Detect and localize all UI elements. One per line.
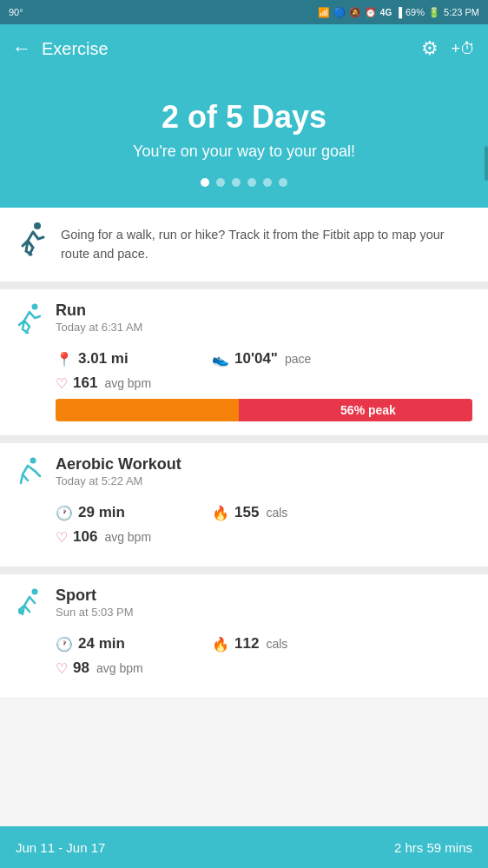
shoe-icon: 👟 [212, 351, 229, 368]
header-left: ← Exercise [12, 37, 109, 60]
footer-date-range: Jun 11 - Jun 17 [16, 840, 105, 855]
aerobic-stats: 🕐 29 min 🔥 155 cals ♡ 106 avg bpm [16, 504, 472, 546]
hr-bar-label: 56% peak [56, 403, 472, 417]
divider-2 [0, 436, 488, 443]
run-stats-row1: 📍 3.01 mi 👟 10'04" pace [56, 350, 472, 368]
hr-value-sport: 98 [73, 659, 89, 677]
flame-icon-aerobic: 🔥 [212, 505, 229, 521]
divider-3 [0, 567, 488, 574]
aerobic-name: Aerobic Workout [56, 455, 181, 474]
aerobic-stats-row2: ♡ 106 avg bpm [56, 528, 472, 546]
clock-icon-sport: 🕐 [56, 636, 73, 653]
heart-icon-run: ♡ [56, 375, 68, 392]
run-heart-rate: ♡ 161 avg bpm [56, 374, 212, 392]
hr-label-run: avg bpm [104, 376, 151, 390]
pace-value: 10'04" [234, 350, 278, 368]
aerobic-time: Today at 5:22 AM [56, 474, 181, 487]
aerobic-icon [16, 457, 43, 495]
dot-2 [216, 178, 225, 187]
runner-icon [16, 222, 49, 268]
svg-point-1 [32, 304, 38, 310]
battery-percent: 69% [406, 7, 425, 17]
section-divider [0, 282, 488, 289]
time-display: 5:23 PM [444, 7, 479, 17]
run-stats-row2: ♡ 161 avg bpm [56, 374, 472, 392]
header-right: ⚙ +⏱ [421, 37, 476, 60]
track-banner: Going for a walk, run or hike? Track it … [0, 208, 488, 282]
scrollbar [485, 146, 488, 181]
mute-icon: 🔕 [349, 7, 361, 18]
calories-label-sport: cals [266, 637, 287, 651]
heart-icon-sport: ♡ [56, 660, 68, 677]
hr-label-aerobic: avg bpm [104, 530, 151, 544]
track-description: Going for a walk, run or hike? Track it … [61, 226, 472, 264]
app-header: ← Exercise ⚙ +⏱ [0, 24, 488, 73]
sim-icon: 📶 [318, 7, 330, 18]
bluetooth-icon: 🔵 [333, 7, 346, 18]
days-count: 2 of 5 Days [17, 99, 471, 136]
hr-label-sport: avg bpm [96, 661, 143, 675]
run-icon [16, 303, 43, 341]
location-icon: 📍 [56, 351, 73, 368]
sport-stats-row2: ♡ 98 avg bpm [56, 659, 472, 677]
aerobic-calories: 🔥 155 cals [212, 504, 368, 521]
status-temp: 90° [9, 7, 23, 17]
heart-rate-bar-container: 56% peak [16, 399, 472, 421]
status-right: 📶 🔵 🔕 ⏰ 4G ▐ 69% 🔋 5:23 PM [318, 7, 479, 18]
sport-time: Sun at 5:03 PM [56, 606, 134, 619]
duration-value-aerobic: 29 min [78, 504, 125, 521]
run-stats: 📍 3.01 mi 👟 10'04" pace ♡ 161 avg bpm [16, 350, 472, 392]
heart-rate-bar: 56% peak [56, 399, 472, 421]
activity-run[interactable]: Run Today at 6:31 AM 📍 3.01 mi 👟 10'04" … [0, 289, 488, 436]
page-title: Exercise [42, 39, 109, 59]
run-title-group: Run Today at 6:31 AM [56, 301, 142, 334]
svg-point-0 [34, 222, 41, 229]
dot-5 [263, 178, 272, 187]
sport-stats-row1: 🕐 24 min 🔥 112 cals [56, 635, 472, 653]
footer-bar: Jun 11 - Jun 17 2 hrs 59 mins [0, 826, 488, 868]
run-distance: 📍 3.01 mi [56, 350, 212, 368]
duration-value-sport: 24 min [78, 635, 125, 653]
sport-heart-rate: ♡ 98 avg bpm [56, 659, 212, 677]
back-button[interactable]: ← [12, 37, 31, 60]
activity-aerobic[interactable]: Aerobic Workout Today at 5:22 AM 🕐 29 mi… [0, 443, 488, 567]
sport-stats: 🕐 24 min 🔥 112 cals ♡ 98 avg bpm [16, 635, 472, 677]
clock-icon-aerobic: 🕐 [56, 505, 73, 521]
svg-point-4 [18, 609, 23, 614]
aerobic-stats-row1: 🕐 29 min 🔥 155 cals [56, 504, 472, 521]
footer-total-time: 2 hrs 59 mins [394, 840, 472, 855]
dot-1 [201, 178, 209, 187]
aerobic-heart-rate: ♡ 106 avg bpm [56, 528, 212, 546]
lte-icon: 4G [380, 8, 392, 17]
hero-subtitle: You're on your way to your goal! [17, 142, 471, 161]
distance-value: 3.01 mi [78, 350, 129, 368]
sport-duration: 🕐 24 min [56, 635, 212, 653]
sport-header: Sport Sun at 5:03 PM [16, 586, 472, 626]
sport-title-group: Sport Sun at 5:03 PM [56, 586, 134, 619]
sport-calories: 🔥 112 cals [212, 635, 368, 653]
activity-sport[interactable]: Sport Sun at 5:03 PM 🕐 24 min 🔥 112 cals… [0, 574, 488, 699]
sport-name: Sport [56, 586, 134, 605]
aerobic-title-group: Aerobic Workout Today at 5:22 AM [56, 455, 181, 487]
add-activity-button[interactable]: +⏱ [451, 40, 476, 58]
signal-icon: ▐ [395, 7, 402, 17]
aerobic-duration: 🕐 29 min [56, 504, 212, 521]
settings-button[interactable]: ⚙ [421, 37, 439, 60]
page-indicators [17, 178, 471, 187]
sport-icon [16, 588, 43, 626]
svg-point-2 [30, 458, 36, 464]
svg-point-3 [32, 589, 38, 595]
calories-value-aerobic: 155 [234, 504, 259, 521]
heart-icon-aerobic: ♡ [56, 529, 68, 546]
calories-value-sport: 112 [234, 635, 259, 653]
run-pace: 👟 10'04" pace [212, 350, 368, 368]
hero-section: 2 of 5 Days You're on your way to your g… [0, 73, 488, 208]
alarm-icon: ⏰ [365, 7, 377, 18]
run-header: Run Today at 6:31 AM [16, 301, 472, 341]
aerobic-header: Aerobic Workout Today at 5:22 AM [16, 455, 472, 495]
dot-6 [279, 178, 287, 187]
hr-value-run: 161 [73, 374, 97, 392]
status-bar: 90° 📶 🔵 🔕 ⏰ 4G ▐ 69% 🔋 5:23 PM [0, 0, 488, 24]
dot-3 [232, 178, 241, 187]
footer-spacer [0, 699, 488, 740]
